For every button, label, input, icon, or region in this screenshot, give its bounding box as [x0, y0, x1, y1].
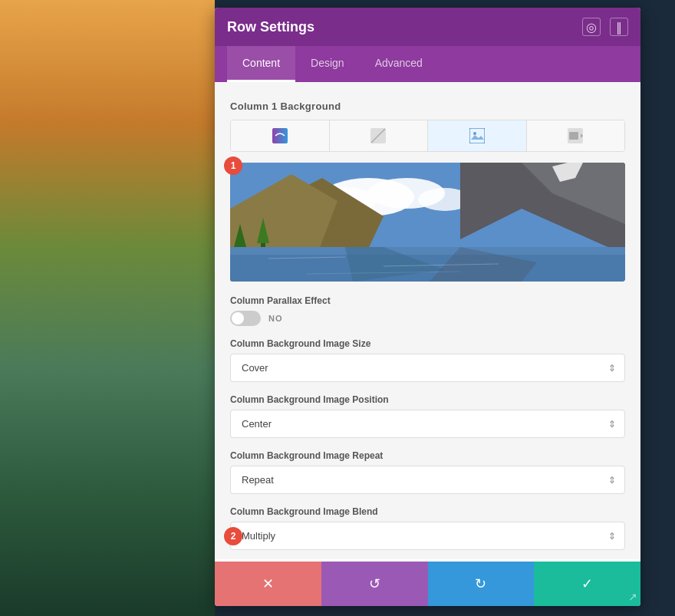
save-button[interactable]: ✓ [534, 562, 640, 606]
image-blend-wrapper: Normal Multiply Screen Overlay Darken Li… [230, 522, 625, 550]
image-repeat-wrapper: Repeat No Repeat Repeat X Repeat Y ⇕ [230, 466, 625, 494]
svg-rect-3 [469, 128, 485, 143]
video-bg-btn[interactable] [527, 120, 625, 151]
image-position-wrapper: Center Top Left Top Center Top Right Cen… [230, 410, 625, 438]
image-repeat-setting: Column Background Image Repeat Repeat No… [230, 450, 625, 494]
svg-rect-6 [569, 132, 578, 140]
image-size-select[interactable]: Cover Contain Auto [230, 354, 625, 382]
gradient-bg-btn[interactable] [231, 120, 330, 151]
image-position-setting: Column Background Image Position Center … [230, 394, 625, 438]
badge-2: 2 [224, 527, 242, 545]
redo-button[interactable]: ↻ [428, 562, 535, 606]
layout-icon[interactable]: ‖ [610, 18, 628, 36]
badge-1: 1 [224, 156, 242, 175]
svg-rect-23 [230, 247, 625, 255]
header-icons: ◎ ‖ [582, 18, 628, 36]
target-icon[interactable]: ◎ [582, 18, 601, 36]
row-settings-panel: Row Settings ◎ ‖ Content Design Advanced… [215, 8, 640, 606]
cancel-button[interactable]: ✕ [215, 562, 321, 606]
image-preview[interactable] [230, 163, 625, 282]
column-background-label: Column 1 Background [230, 100, 625, 112]
image-preview-container: 1 [230, 163, 625, 282]
column-background-section: Column 1 Background 1 [230, 100, 625, 282]
image-blend-label: Column Background Image Blend [230, 506, 625, 517]
image-repeat-select[interactable]: Repeat No Repeat Repeat X Repeat Y [230, 466, 625, 494]
image-repeat-label: Column Background Image Repeat [230, 450, 625, 461]
image-blend-setting: Column Background Image Blend 2 Normal M… [230, 506, 625, 550]
panel-title: Row Settings [227, 19, 314, 35]
image-bg-btn[interactable] [428, 120, 527, 151]
redo-icon: ↻ [475, 575, 486, 592]
image-position-select[interactable]: Center Top Left Top Center Top Right Cen… [230, 410, 625, 438]
parallax-toggle-value: NO [268, 314, 283, 323]
solid-bg-btn[interactable] [330, 120, 429, 151]
reset-icon: ↺ [369, 575, 380, 592]
panel-header: Row Settings ◎ ‖ [215, 8, 640, 46]
svg-point-4 [473, 132, 476, 135]
image-size-label: Column Background Image Size [230, 338, 625, 349]
image-blend-select[interactable]: Normal Multiply Screen Overlay Darken Li… [230, 522, 625, 550]
panel-footer: ✕ ↺ ↻ ✓ [215, 562, 640, 606]
image-size-setting: Column Background Image Size Cover Conta… [230, 338, 625, 382]
tab-content[interactable]: Content [227, 46, 295, 82]
parallax-label: Column Parallax Effect [230, 295, 625, 306]
corner-arrow-icon: ↗ [628, 591, 637, 603]
image-size-wrapper: Cover Contain Auto ⇕ [230, 354, 625, 382]
svg-rect-0 [272, 128, 288, 143]
cancel-icon: ✕ [262, 575, 274, 592]
image-position-label: Column Background Image Position [230, 394, 625, 405]
parallax-setting: Column Parallax Effect NO [230, 295, 625, 326]
background-left [0, 0, 215, 616]
bg-type-row [230, 120, 625, 152]
blend-container: 2 Normal Multiply Screen Overlay Darken … [230, 522, 625, 550]
tab-bar: Content Design Advanced [215, 46, 640, 82]
panel-content: Column 1 Background 1 [215, 82, 640, 559]
tab-advanced[interactable]: Advanced [360, 46, 438, 82]
reset-button[interactable]: ↺ [321, 562, 428, 606]
parallax-toggle[interactable] [230, 311, 261, 326]
save-icon: ✓ [581, 575, 593, 592]
parallax-toggle-row: NO [230, 311, 625, 326]
tab-design[interactable]: Design [295, 46, 360, 82]
